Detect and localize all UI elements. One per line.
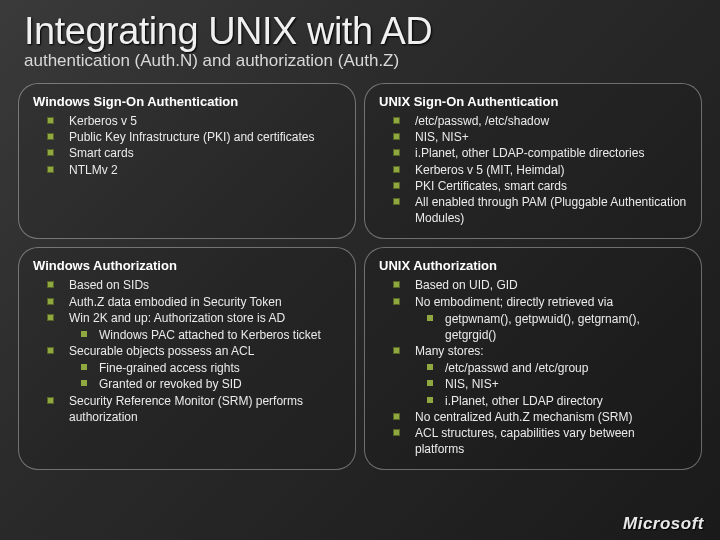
list-item-text: No embodiment; directly retrieved via	[415, 295, 613, 309]
list-item: /etc/passwd and /etc/group	[419, 360, 687, 376]
list-item: ACL structures, capabilities vary betwee…	[385, 425, 687, 457]
list-item: i.Planet, other LDAP-compatible director…	[385, 145, 687, 161]
microsoft-logo: Microsoft	[623, 514, 704, 534]
list-item: NIS, NIS+	[385, 129, 687, 145]
content-grid: Windows Sign-On Authentication Kerberos …	[0, 73, 720, 470]
list-item: Based on SIDs	[39, 277, 341, 293]
list-item: Smart cards	[39, 145, 341, 161]
slide-header: Integrating UNIX with AD authentication …	[0, 0, 720, 73]
list-item: Public Key Infrastructure (PKI) and cert…	[39, 129, 341, 145]
list-item: Auth.Z data embodied in Security Token	[39, 294, 341, 310]
panel-title: UNIX Authorization	[379, 258, 687, 273]
list-item: Kerberos v 5 (MIT, Heimdal)	[385, 162, 687, 178]
list-item: /etc/passwd, /etc/shadow	[385, 113, 687, 129]
list-item-text: Win 2K and up: Authorization store is AD	[69, 311, 285, 325]
panel-title: Windows Sign-On Authentication	[33, 94, 341, 109]
sub-list: Fine-grained access rights Granted or re…	[69, 360, 341, 392]
list-item: Kerberos v 5	[39, 113, 341, 129]
panel-windows-authz: Windows Authorization Based on SIDs Auth…	[18, 247, 356, 470]
sub-list: Windows PAC attached to Kerberos ticket	[69, 327, 341, 343]
panel-title: Windows Authorization	[33, 258, 341, 273]
slide-subtitle: authentication (Auth.N) and authorizatio…	[24, 51, 696, 71]
sub-list: /etc/passwd and /etc/group NIS, NIS+ i.P…	[415, 360, 687, 409]
list-item-text: Many stores:	[415, 344, 484, 358]
list-item: Granted or revoked by SID	[73, 376, 341, 392]
bullet-list: Based on UID, GID No embodiment; directl…	[379, 277, 687, 457]
list-item: Win 2K and up: Authorization store is AD…	[39, 310, 341, 343]
sub-list: getpwnam(), getpwuid(), getgrnam(), getg…	[415, 311, 687, 343]
panel-windows-authn: Windows Sign-On Authentication Kerberos …	[18, 83, 356, 239]
list-item: Fine-grained access rights	[73, 360, 341, 376]
panel-unix-authz: UNIX Authorization Based on UID, GID No …	[364, 247, 702, 470]
list-item: getpwnam(), getpwuid(), getgrnam(), getg…	[419, 311, 687, 343]
bullet-list: Kerberos v 5 Public Key Infrastructure (…	[33, 113, 341, 178]
list-item: NTLMv 2	[39, 162, 341, 178]
list-item: No centralized Auth.Z mechanism (SRM)	[385, 409, 687, 425]
list-item: Many stores: /etc/passwd and /etc/group …	[385, 343, 687, 409]
list-item-text: Securable objects possess an ACL	[69, 344, 254, 358]
list-item: No embodiment; directly retrieved via ge…	[385, 294, 687, 344]
slide-title: Integrating UNIX with AD	[24, 10, 696, 53]
list-item: Windows PAC attached to Kerberos ticket	[73, 327, 341, 343]
panel-unix-authn: UNIX Sign-On Authentication /etc/passwd,…	[364, 83, 702, 239]
list-item: Based on UID, GID	[385, 277, 687, 293]
bullet-list: /etc/passwd, /etc/shadow NIS, NIS+ i.Pla…	[379, 113, 687, 226]
list-item: PKI Certificates, smart cards	[385, 178, 687, 194]
list-item: Security Reference Monitor (SRM) perform…	[39, 393, 341, 425]
list-item: All enabled through PAM (Pluggable Authe…	[385, 194, 687, 226]
list-item: i.Planet, other LDAP directory	[419, 393, 687, 409]
panel-title: UNIX Sign-On Authentication	[379, 94, 687, 109]
list-item: Securable objects possess an ACL Fine-gr…	[39, 343, 341, 393]
list-item: NIS, NIS+	[419, 376, 687, 392]
bullet-list: Based on SIDs Auth.Z data embodied in Se…	[33, 277, 341, 425]
